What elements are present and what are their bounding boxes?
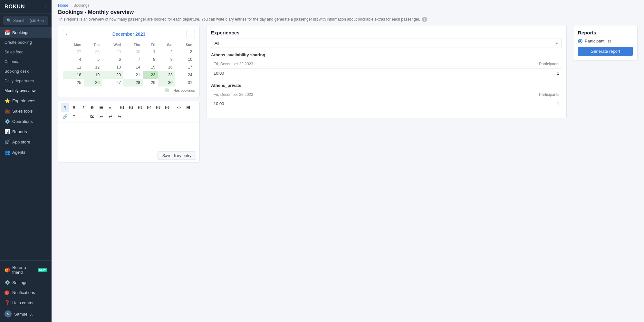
sidebar-item-refer[interactable]: 🎁 Refer a friend NEW [0,262,52,277]
toolbar-h4-btn[interactable]: H4 [145,103,153,112]
sidebar-item-bookings[interactable]: 📅 Bookings [0,27,52,38]
calendar-day[interactable]: 29 [143,79,158,87]
calendar-day[interactable]: 9 [158,56,175,63]
toolbar-quote-btn[interactable]: " [70,112,78,121]
calendar-day[interactable]: 16 [158,63,175,71]
calendar-day[interactable]: 15 [143,63,158,71]
toolbar-strikethrough-btn[interactable]: S [88,103,96,112]
toolbar-image-btn[interactable]: ⊞ [184,103,192,112]
toolbar-code-btn[interactable]: <> [175,103,183,112]
toolbar-deindent-btn[interactable]: ⇤ [97,112,105,121]
sidebar-sub-sales-feed[interactable]: Sales feed [0,47,52,57]
toolbar-italic-btn[interactable]: I [79,103,87,112]
sidebar-item-operations[interactable]: ⚙️ Operations [0,116,52,126]
calendar-day[interactable]: 20 [102,71,123,79]
sidebar-toggle-icon[interactable]: → [43,5,47,9]
help-tooltip-icon[interactable]: ? [422,17,427,22]
calendar-day[interactable]: 31 [175,79,195,87]
refer-label: Refer a friend [12,265,34,275]
calendar-day[interactable]: 7 [123,56,143,63]
calendar-day[interactable]: 24 [175,71,195,79]
calendar-day[interactable]: 30 [158,79,175,87]
experience-filter-select[interactable]: All [211,39,562,48]
calendar-day[interactable]: 26 [84,79,102,87]
calendar-day[interactable]: 1 [143,48,158,56]
calendar-next-btn[interactable]: › [187,30,195,38]
toolbar-redo-btn[interactable]: ↪ [115,112,123,121]
calendar-day[interactable]: 10 [175,56,195,63]
calendar-day[interactable]: 4 [63,56,84,63]
sidebar-sub-calendar[interactable]: Calendar [0,57,52,67]
toolbar-bold-btn[interactable]: B [70,103,78,112]
toolbar-h5-btn[interactable]: H5 [154,103,162,112]
breadcrumb-home[interactable]: Home [58,3,68,8]
page-desc-text: This reports is an overview of how many … [58,17,420,22]
toolbar-hr-btn[interactable]: — [79,112,87,121]
diary-editor-body[interactable] [58,123,199,149]
calendar-day[interactable]: 23 [158,71,175,79]
toolbar-h6-btn[interactable]: H6 [163,103,171,112]
sidebar-item-help[interactable]: ❓ Help center [0,298,52,308]
calendar-day[interactable]: 2 [158,48,175,56]
participant-list-radio[interactable] [578,39,582,43]
toolbar-bullet-list-btn[interactable]: ☰ [97,103,105,112]
calendar-day[interactable]: 28 [123,79,143,87]
search-icon: 🔍 [6,18,11,23]
report-option-participant-list[interactable]: Participant list [578,39,633,43]
page-description: This reports is an overview of how many … [52,16,644,25]
sidebar-sub-create-booking[interactable]: Create booking [0,38,52,47]
sidebar-user[interactable]: S Samuel J. [0,308,52,320]
calendar-day[interactable]: 12 [84,63,102,71]
search-placeholder: Search... (ctrl + k) [13,18,44,23]
calendar-day[interactable]: 30 [123,48,143,56]
toolbar-h1-btn[interactable]: H1 [118,103,126,112]
calendar-day[interactable]: 27 [102,79,123,87]
content-area: ‹ December 2023 › Mon Tue Wed Thu Fri Sa… [52,25,644,322]
calendar-day[interactable]: 25 [63,79,84,87]
sidebar-item-agents[interactable]: 👥 Agents [0,147,52,157]
sidebar-sub-booking-desk[interactable]: Booking desk [0,67,52,76]
toolbar-clear-btn[interactable]: ⌧ [88,112,96,121]
calendar-day[interactable]: 3 [175,48,195,56]
toolbar-undo-btn[interactable]: ↩ [106,112,114,121]
calendar-day[interactable]: 8 [143,56,158,63]
sidebar-reports-label: Reports [12,129,27,134]
toolbar-link-btn[interactable]: 🔗 [61,112,69,121]
calendar-day[interactable]: 18 [63,71,84,79]
calendar-prev-btn[interactable]: ‹ [63,30,71,38]
toolbar-ordered-list-btn[interactable]: ≡ [106,103,114,112]
calendar-day[interactable]: 13 [102,63,123,71]
sidebar-item-experiences[interactable]: ⭐ Experiences [0,96,52,106]
sidebar-item-app-store[interactable]: 🛒 App store [0,137,52,147]
sidebar-sub-monthly-overview[interactable]: Monthly overview [0,86,52,96]
calendar-day[interactable]: 14 [123,63,143,71]
generate-report-btn[interactable]: Generate report [578,47,633,56]
calendar-day[interactable]: 19 [84,71,102,79]
save-diary-btn[interactable]: Save diary entry [158,152,196,160]
search-bar[interactable]: 🔍 Search... (ctrl + k) [3,16,48,25]
calendar-day[interactable]: 22 [143,71,158,79]
calendar-day[interactable]: 5 [84,56,102,63]
user-name: Samuel J. [14,312,33,317]
app-store-icon: 🛒 [5,139,10,144]
experiences-title: Experiences [211,30,562,35]
calendar-day[interactable]: 21 [123,71,143,79]
calendar-day[interactable]: 28 [84,48,102,56]
toolbar-paragraph-btn[interactable]: ¶ [61,103,69,112]
calendar-day[interactable]: 17 [175,63,195,71]
exp-section-2-title: Athens_private [211,83,562,88]
diary-editor-card: ¶ B I S ☰ ≡ H1 H2 H3 H4 H5 H6 <> ⊞ [58,101,200,163]
sidebar-item-reports[interactable]: 📊 Reports [0,126,52,137]
exp-table-1-count: 1 [435,69,562,78]
toolbar-h2-btn[interactable]: H2 [127,103,135,112]
calendar-day[interactable]: 29 [102,48,123,56]
sidebar-item-notifications[interactable]: ! Notifications [0,288,52,298]
sidebar-item-settings[interactable]: ⚙️ Settings [0,277,52,288]
toolbar-h3-btn[interactable]: H3 [136,103,144,112]
user-avatar: S [5,310,12,317]
sidebar-item-sales-tools[interactable]: 💼 Sales tools [0,106,52,116]
sidebar-sub-daily-departures[interactable]: Daily departures [0,76,52,86]
calendar-day[interactable]: 6 [102,56,123,63]
calendar-day[interactable]: 27 [63,48,84,56]
calendar-day[interactable]: 11 [63,63,84,71]
